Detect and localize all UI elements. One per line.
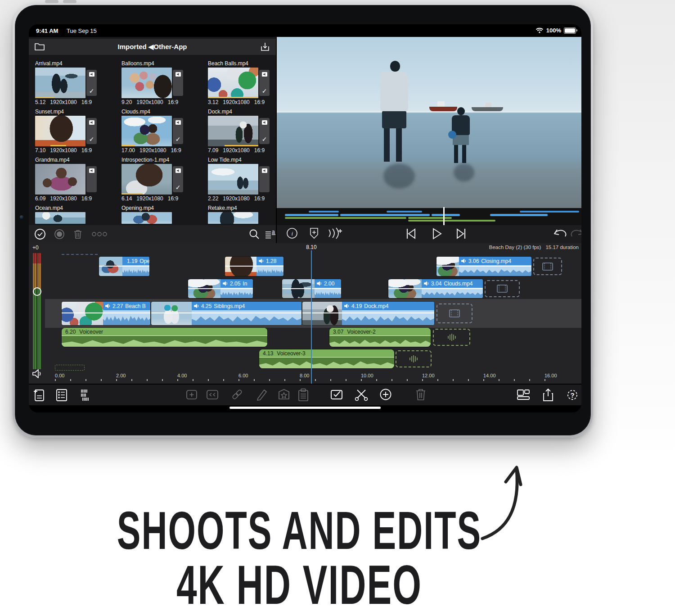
selected-check-icon: ✓ — [262, 136, 267, 142]
library-clip-card[interactable]: Dock.mp4 ✓ 7.091920x108016:9 — [208, 109, 276, 153]
clipboard-icon[interactable] — [297, 388, 310, 402]
skip-forward-icon[interactable] — [454, 227, 468, 240]
audio-clip-label: 6.20Voiceover — [62, 328, 267, 335]
hand-drawn-arrow — [477, 462, 526, 546]
clip-label: 3.06Closing.mp4 — [459, 257, 531, 265]
search-icon[interactable] — [248, 228, 260, 240]
library-clip-card[interactable]: Sunset.mp4 ✓ 7.101920x108016:9 — [35, 109, 115, 153]
boy-reflection — [454, 163, 474, 181]
add-plus-icon[interactable] — [379, 388, 392, 401]
more-icon[interactable] — [92, 232, 107, 236]
page: SHOOTS AND EDITS 4K HD VIDEO 9:41 AM Tue… — [0, 0, 675, 616]
library-clip-card[interactable]: Balloons.mp4 ✓ 9.201920x108016:9 — [122, 60, 202, 104]
library-clip-card[interactable]: Ocean.mp4 ✓ — [35, 205, 115, 227]
link-icon[interactable] — [230, 388, 244, 401]
gain-label: +0 — [32, 245, 39, 251]
delete-trash-icon[interactable] — [415, 388, 427, 401]
clip-thumbnail — [208, 164, 258, 195]
timeline-clip[interactable]: 3.06Closing.mp4 — [436, 257, 531, 276]
clip-label: 1.28 — [256, 257, 284, 265]
media-audio-icon — [89, 168, 95, 173]
clip-thumbnail — [122, 116, 172, 146]
level-knob[interactable] — [33, 287, 41, 296]
timeline-clip[interactable]: 3.04Clouds.mp4 — [388, 279, 483, 298]
timeline-clip[interactable]: 4.25Siblings.mp4 — [151, 302, 302, 325]
redo-icon[interactable] — [570, 227, 581, 240]
track-headers-icon[interactable] — [55, 388, 68, 402]
skip-back-icon[interactable] — [404, 227, 418, 240]
overwrite-clip-icon[interactable] — [205, 388, 220, 401]
play-icon[interactable] — [430, 227, 443, 240]
folder-icon[interactable] — [34, 41, 45, 51]
sort-icon[interactable]: a — [265, 228, 276, 240]
clip-thumbnail — [122, 212, 172, 224]
overview-playhead[interactable] — [443, 207, 445, 225]
timeline-clip[interactable]: 2.27Beach B — [62, 302, 150, 325]
edit-pencil-icon[interactable] — [255, 388, 268, 401]
timeline-clip[interactable]: 1.28 — [225, 257, 284, 276]
video-placeholder[interactable] — [533, 258, 562, 275]
effects-star-icon[interactable] — [277, 388, 291, 401]
mute-speaker-icon[interactable] — [32, 368, 43, 379]
video-placeholder[interactable] — [436, 303, 472, 323]
library-clip-card[interactable]: Retake.mp4 ✓ — [208, 205, 276, 227]
video-placeholder[interactable] — [485, 280, 520, 297]
audio-levels-icon[interactable] — [80, 388, 94, 402]
man-reflection — [383, 163, 415, 189]
volume-up-button[interactable] — [45, 0, 58, 3]
boy-silhouette — [452, 107, 470, 163]
undo-icon[interactable] — [553, 227, 567, 240]
select-mode-icon[interactable] — [34, 228, 46, 240]
media-audio-icon — [89, 120, 95, 125]
clip-label: 2.00 — [315, 279, 341, 288]
timeline-clip[interactable]: 2.05In — [188, 279, 253, 298]
info-icon[interactable]: i — [286, 227, 298, 240]
clip-badge-strip: ✓ — [86, 118, 97, 144]
library-clip-card[interactable]: Arrival.mp4 ✓ 5.121920x108016:9 — [35, 60, 115, 104]
new-project-icon[interactable] — [32, 388, 46, 402]
caption-line-1: SHOOTS AND EDITS — [72, 503, 526, 557]
layout-panels-icon[interactable] — [516, 388, 531, 401]
share-export-icon[interactable] — [542, 388, 554, 402]
timeline-audio-clip[interactable]: 3.07Voiceover-2 — [329, 328, 431, 347]
timeline-clip[interactable]: 1.19Open — [99, 257, 149, 276]
record-icon[interactable] — [54, 229, 65, 240]
clip-meta: 5.121920x108016:9 — [35, 99, 115, 105]
library-clip-card[interactable]: Grandma.mp4 ✓ 6.091920x108016:9 — [35, 157, 115, 201]
library-clip-card[interactable]: Opening.mp4 ✓ — [122, 205, 202, 227]
selected-check-icon: ✓ — [89, 136, 94, 142]
svg-text:?: ? — [571, 391, 575, 399]
clip-thumbnail — [35, 212, 86, 224]
library-clip-card[interactable]: Beach Balls.mp4 ✓ 3.121920x108016:9 — [208, 60, 276, 104]
film-icon — [542, 262, 554, 271]
clip-name: Sunset.mp4 — [35, 109, 115, 115]
library-clip-card[interactable]: Clouds.mp4 ✓ 17.001920x108016:9 — [122, 109, 202, 153]
settings-help-icon[interactable]: ? — [565, 388, 580, 402]
library-clip-card[interactable]: Low Tide.mp4 ✓ 2.221920x108016:9 — [208, 157, 276, 201]
clip-label: 4.19Dock.mp4 — [342, 302, 434, 310]
timeline-overview[interactable] — [277, 208, 581, 225]
audio-add-icon[interactable] — [327, 227, 343, 240]
clip-name: Balloons.mp4 — [122, 60, 202, 67]
volume-down-button[interactable] — [63, 0, 76, 3]
split-scissors-icon[interactable] — [354, 388, 369, 401]
speaker-icon — [317, 281, 322, 286]
timeline-clip[interactable]: 4.19Dock.mp4 — [302, 302, 434, 325]
audio-placeholder[interactable] — [433, 329, 470, 346]
timeline-audio-clip[interactable]: 4.13Voiceover-3 — [259, 349, 394, 368]
home-indicator[interactable] — [230, 407, 381, 409]
insert-clip-icon[interactable] — [185, 388, 198, 401]
audio-placeholder[interactable] — [396, 350, 432, 367]
clip-label: 1.19Open — [122, 257, 149, 265]
import-icon[interactable] — [260, 41, 270, 52]
select-checkbox-icon[interactable] — [329, 388, 344, 401]
film-icon — [496, 284, 508, 293]
marker-icon[interactable] — [308, 227, 320, 240]
clip-meta: 17.001920x108016:9 — [122, 147, 202, 154]
ruler-label: 6.00 — [238, 373, 248, 378]
library-clip-card[interactable]: Introspection-1.mp4 ✓ 6.141920x108016:9 — [122, 157, 202, 201]
timeline-playhead[interactable] — [311, 250, 312, 384]
trash-icon[interactable] — [73, 229, 83, 240]
video-preview[interactable] — [277, 37, 581, 208]
timeline-audio-clip[interactable]: 6.20Voiceover — [62, 328, 267, 347]
